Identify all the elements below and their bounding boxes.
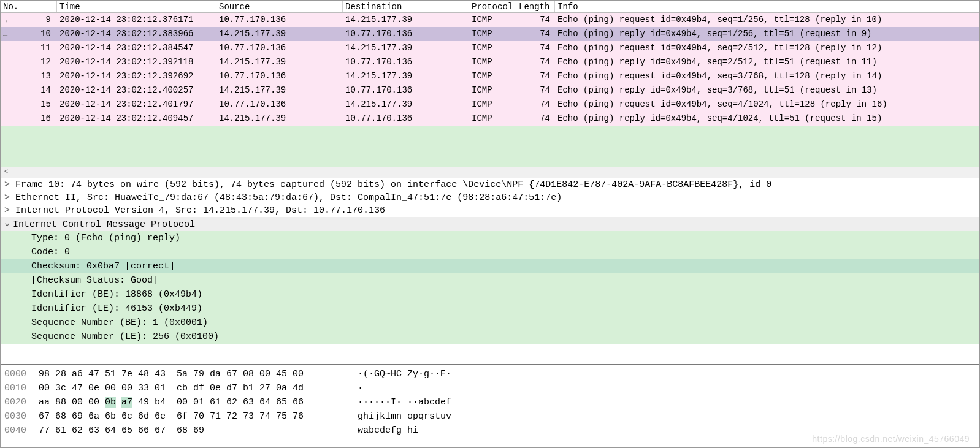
cell-info: Echo (ping) reply id=0x49b4, seq=1/256, … bbox=[555, 27, 979, 41]
cell-dst: 14.215.177.39 bbox=[343, 13, 469, 27]
packet-list-body[interactable]: →92020-12-14 23:02:12.37617110.77.170.13… bbox=[1, 13, 979, 167]
hex-offset: 0040 bbox=[4, 423, 39, 438]
cell-src: 14.215.177.39 bbox=[216, 83, 343, 97]
cell-src: 14.215.177.39 bbox=[216, 55, 343, 69]
hex-row[interactable]: 004077 61 62 63 64 65 66 67 68 69wabcdef… bbox=[4, 423, 976, 438]
cell-no: 12 bbox=[1, 55, 57, 69]
tree-ethernet[interactable]: Ethernet II, Src: HuaweiTe_79:da:67 (48:… bbox=[1, 191, 979, 204]
hex-row[interactable]: 001000 3c 47 0e 00 00 33 01 cb df 0e d7 … bbox=[4, 381, 976, 395]
hex-row[interactable]: 000098 28 a6 47 51 7e 48 43 5a 79 da 67 … bbox=[4, 367, 976, 381]
cell-dst: 10.77.170.136 bbox=[343, 27, 469, 41]
wireshark-window: No. Time Source Destination Protocol Len… bbox=[0, 0, 980, 448]
hex-bytes: 98 28 a6 47 51 7e 48 43 5a 79 da 67 08 0… bbox=[39, 367, 358, 381]
hex-row[interactable]: 0020aa 88 00 00 0b a7 49 b4 00 01 61 62 … bbox=[4, 395, 976, 409]
tree-field[interactable]: Type: 0 (Echo (ping) reply) bbox=[1, 231, 979, 245]
cell-no: 13 bbox=[1, 69, 57, 83]
cell-info: Echo (ping) request id=0x49b4, seq=4/102… bbox=[555, 97, 979, 112]
hex-ascii: ghijklmn opqrstuv bbox=[358, 409, 451, 423]
cell-info: Echo (ping) reply id=0x49b4, seq=4/1024,… bbox=[555, 112, 979, 126]
cell-src: 10.77.170.136 bbox=[216, 13, 343, 27]
cell-len: 74 bbox=[516, 69, 555, 83]
packet-row[interactable]: 162020-12-14 23:02:12.40945714.215.177.3… bbox=[1, 112, 979, 126]
packet-row[interactable]: 132020-12-14 23:02:12.39269210.77.170.13… bbox=[1, 69, 979, 83]
cell-proto: ICMP bbox=[469, 69, 516, 83]
cell-time: 2020-12-14 23:02:12.401797 bbox=[57, 97, 216, 112]
packet-details-pane[interactable]: Frame 10: 74 bytes on wire (592 bits), 7… bbox=[1, 178, 979, 365]
cell-dst: 10.77.170.136 bbox=[343, 55, 469, 69]
cell-time: 2020-12-14 23:02:12.376171 bbox=[57, 13, 216, 27]
cell-len: 74 bbox=[516, 55, 555, 69]
cell-src: 14.215.177.39 bbox=[216, 27, 343, 41]
tree-field[interactable]: Sequence Number (LE): 256 (0x0100) bbox=[1, 330, 979, 344]
tree-frame[interactable]: Frame 10: 74 bytes on wire (592 bits), 7… bbox=[1, 178, 979, 191]
tree-field[interactable]: Identifier (BE): 18868 (0x49b4) bbox=[1, 287, 979, 302]
hex-offset: 0000 bbox=[4, 367, 39, 381]
cell-proto: ICMP bbox=[469, 13, 516, 27]
cell-info: Echo (ping) request id=0x49b4, seq=3/768… bbox=[555, 69, 979, 83]
tree-field[interactable]: [Checksum Status: Good] bbox=[1, 273, 979, 287]
cell-dst: 10.77.170.136 bbox=[343, 112, 469, 126]
cell-len: 74 bbox=[516, 27, 555, 41]
col-header-dst[interactable]: Destination bbox=[343, 1, 469, 12]
hex-bytes: aa 88 00 00 0b a7 49 b4 00 01 61 62 63 6… bbox=[39, 395, 358, 409]
cell-time: 2020-12-14 23:02:12.392692 bbox=[57, 69, 216, 83]
cell-no: 10 bbox=[1, 27, 57, 41]
cell-proto: ICMP bbox=[469, 55, 516, 69]
col-header-len[interactable]: Length bbox=[516, 1, 555, 12]
col-header-info[interactable]: Info bbox=[555, 1, 979, 12]
cell-len: 74 bbox=[516, 13, 555, 27]
hex-ascii: wabcdefg hi bbox=[358, 423, 418, 438]
cell-dst: 14.215.177.39 bbox=[343, 41, 469, 55]
cell-src: 14.215.177.39 bbox=[216, 112, 343, 126]
tree-field[interactable]: Identifier (LE): 46153 (0xb449) bbox=[1, 302, 979, 316]
cell-dst: 14.215.177.39 bbox=[343, 69, 469, 83]
cell-info: Echo (ping) reply id=0x49b4, seq=2/512, … bbox=[555, 55, 979, 69]
cell-time: 2020-12-14 23:02:12.400257 bbox=[57, 83, 216, 97]
cell-len: 74 bbox=[516, 83, 555, 97]
cell-proto: ICMP bbox=[469, 41, 516, 55]
cell-time: 2020-12-14 23:02:12.384547 bbox=[57, 41, 216, 55]
cell-src: 10.77.170.136 bbox=[216, 69, 343, 83]
packet-row[interactable]: ←102020-12-14 23:02:12.38396614.215.177.… bbox=[1, 27, 979, 41]
cell-dst: 14.215.177.39 bbox=[343, 97, 469, 112]
packet-row[interactable]: 152020-12-14 23:02:12.40179710.77.170.13… bbox=[1, 97, 979, 112]
cell-src: 10.77.170.136 bbox=[216, 97, 343, 112]
tree-field[interactable]: Code: 0 bbox=[1, 245, 979, 259]
tree-field[interactable]: Sequence Number (BE): 1 (0x0001) bbox=[1, 316, 979, 330]
cell-proto: ICMP bbox=[469, 27, 516, 41]
cell-info: Echo (ping) reply id=0x49b4, seq=3/768, … bbox=[555, 83, 979, 97]
hex-offset: 0030 bbox=[4, 409, 39, 423]
col-header-src[interactable]: Source bbox=[216, 1, 343, 12]
scroll-left-icon[interactable]: < bbox=[1, 168, 12, 178]
cell-proto: ICMP bbox=[469, 97, 516, 112]
packet-bytes-pane[interactable]: 000098 28 a6 47 51 7e 48 43 5a 79 da 67 … bbox=[1, 365, 979, 447]
cell-info: Echo (ping) request id=0x49b4, seq=1/256… bbox=[555, 13, 979, 27]
tree-field[interactable]: Checksum: 0x0ba7 [correct] bbox=[1, 259, 979, 273]
cell-info: Echo (ping) request id=0x49b4, seq=2/512… bbox=[555, 41, 979, 55]
col-header-no[interactable]: No. bbox=[1, 1, 57, 12]
hex-ascii: · bbox=[358, 381, 363, 395]
cell-no: 11 bbox=[1, 41, 57, 55]
cell-time: 2020-12-14 23:02:12.392118 bbox=[57, 55, 216, 69]
col-header-proto[interactable]: Protocol bbox=[469, 1, 516, 12]
hex-offset: 0010 bbox=[4, 381, 39, 395]
packet-list-header[interactable]: No. Time Source Destination Protocol Len… bbox=[1, 1, 979, 13]
packet-row[interactable]: 142020-12-14 23:02:12.40025714.215.177.3… bbox=[1, 83, 979, 97]
cell-src: 10.77.170.136 bbox=[216, 41, 343, 55]
tree-ip[interactable]: Internet Protocol Version 4, Src: 14.215… bbox=[1, 204, 979, 217]
hex-offset: 0020 bbox=[4, 395, 39, 409]
packet-row[interactable]: →92020-12-14 23:02:12.37617110.77.170.13… bbox=[1, 13, 979, 27]
packet-list-pane: No. Time Source Destination Protocol Len… bbox=[1, 1, 979, 178]
hex-ascii: ······I· ··abcdef bbox=[358, 395, 451, 409]
cell-no: 15 bbox=[1, 97, 57, 112]
hex-bytes: 77 61 62 63 64 65 66 67 68 69 bbox=[39, 423, 358, 438]
col-header-time[interactable]: Time bbox=[57, 1, 216, 12]
cell-no: 9 bbox=[1, 13, 57, 27]
hex-row[interactable]: 003067 68 69 6a 6b 6c 6d 6e 6f 70 71 72 … bbox=[4, 409, 976, 423]
tree-icmp[interactable]: Internet Control Message Protocol bbox=[1, 217, 979, 231]
packet-row[interactable]: 122020-12-14 23:02:12.39211814.215.177.3… bbox=[1, 55, 979, 69]
packet-row[interactable]: 112020-12-14 23:02:12.38454710.77.170.13… bbox=[1, 41, 979, 55]
cell-len: 74 bbox=[516, 112, 555, 126]
packet-list-hscroll[interactable]: < bbox=[1, 167, 979, 178]
cell-proto: ICMP bbox=[469, 112, 516, 126]
